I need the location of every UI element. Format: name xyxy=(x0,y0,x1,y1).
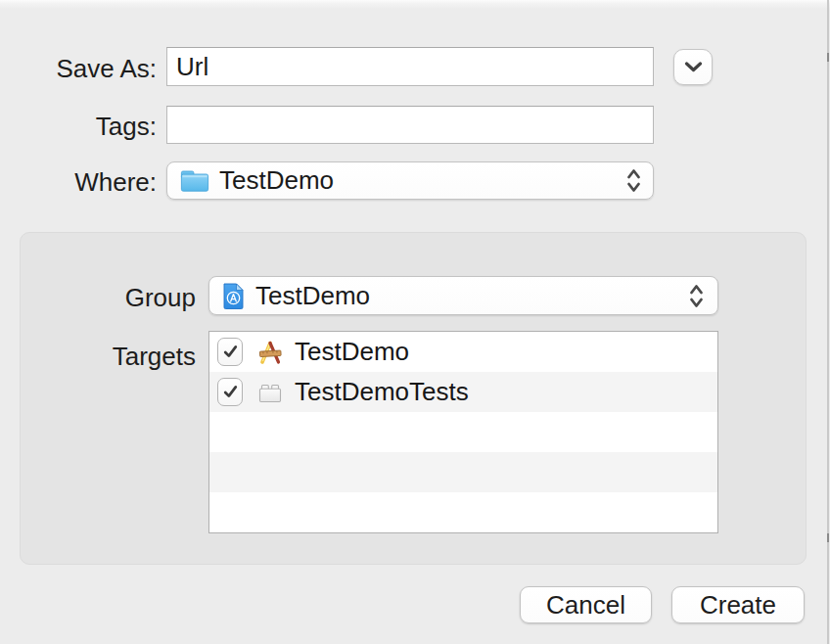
window-right-edge xyxy=(827,0,829,644)
window-right-edge-tick xyxy=(827,53,829,62)
target-row-testdemo[interactable]: TestDemo xyxy=(209,332,717,372)
chevron-down-icon xyxy=(684,62,703,72)
empty-list-row[interactable] xyxy=(209,412,717,452)
target-name: TestDemo xyxy=(295,337,409,367)
target-name: TestDemoTests xyxy=(295,377,469,407)
window-right-edge-tick xyxy=(827,533,829,542)
create-button[interactable]: Create xyxy=(671,586,805,623)
folder-icon xyxy=(180,168,209,193)
target-row-testdemotests[interactable]: TestDemoTests xyxy=(209,372,717,412)
tags-label: Tags: xyxy=(0,111,157,149)
targets-label: Targets xyxy=(0,340,196,373)
popup-updown-chevrons-icon xyxy=(688,283,705,309)
where-label: Where: xyxy=(0,166,157,205)
test-bundle-icon xyxy=(256,379,284,406)
targets-list: TestDemo Tes xyxy=(208,331,718,533)
target-checkbox[interactable] xyxy=(217,338,243,366)
xcode-project-icon xyxy=(222,282,245,310)
new-file-save-sheet: Save As: Tags: Where: TestDemo xyxy=(0,0,830,644)
tags-input[interactable] xyxy=(166,106,654,144)
expand-sheet-button[interactable] xyxy=(673,49,713,85)
where-popup[interactable]: TestDemo xyxy=(166,161,654,200)
titlebar-shadow-gradient xyxy=(0,0,830,9)
empty-list-row[interactable] xyxy=(209,452,717,492)
save-as-label: Save As: xyxy=(0,52,157,91)
cancel-button[interactable]: Cancel xyxy=(520,586,652,623)
empty-list-row[interactable] xyxy=(209,492,717,532)
target-checkbox[interactable] xyxy=(217,378,243,406)
save-as-input[interactable] xyxy=(166,47,654,86)
app-target-icon xyxy=(256,339,284,366)
checkmark-icon xyxy=(222,384,239,400)
group-popup[interactable]: TestDemo xyxy=(208,276,718,315)
group-selected-value: TestDemo xyxy=(255,281,688,311)
group-label: Group xyxy=(0,281,196,320)
checkmark-icon xyxy=(222,344,239,360)
popup-updown-chevrons-icon xyxy=(625,167,642,194)
where-selected-value: TestDemo xyxy=(219,165,625,196)
